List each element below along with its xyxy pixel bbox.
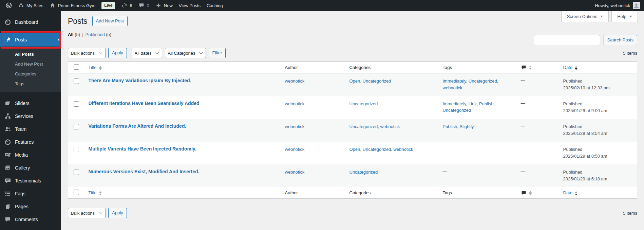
multisite-icon: [18, 2, 24, 8]
bulk-actions-select[interactable]: Bulk actions: [68, 48, 106, 58]
row-checkbox[interactable]: [74, 170, 79, 175]
my-sites-label: My Sites: [26, 3, 43, 8]
sidebar-item-dashboard[interactable]: Dashboard: [0, 16, 61, 29]
sidebar-item-pages[interactable]: Pages: [0, 200, 61, 213]
posts-submenu: All Posts Add New Post Categories Tags: [0, 47, 61, 92]
post-title-link[interactable]: There Are Many Variations Ipsum By Injec…: [89, 78, 191, 83]
view-all-link[interactable]: All: [68, 32, 74, 37]
sidebar-item-comments[interactable]: Comments: [0, 213, 61, 226]
post-title-link[interactable]: Multiple Varients Have Been Injected Ran…: [89, 146, 196, 152]
sort-arrows-icon: [529, 66, 532, 70]
help-button[interactable]: Help: [611, 11, 638, 22]
items-count: 5 items: [623, 51, 637, 56]
home-icon: [50, 2, 56, 8]
column-header-comments[interactable]: [517, 62, 560, 73]
updates-count: 6: [130, 3, 132, 8]
search-posts-input[interactable]: [534, 35, 600, 45]
post-categories-link[interactable]: Open, Uncategorized: [349, 78, 391, 84]
apply-button[interactable]: Apply: [108, 48, 127, 58]
column-footer-comments[interactable]: [517, 187, 560, 199]
comments-menu[interactable]: 0: [135, 0, 152, 11]
post-author-link[interactable]: webnotick: [285, 147, 305, 152]
sidebar-item-gallery[interactable]: Gallery: [0, 161, 61, 174]
search-posts-button[interactable]: Search Posts: [604, 35, 637, 45]
dates-filter-select[interactable]: All dates: [132, 48, 162, 58]
post-categories-link[interactable]: Uncategorized: [349, 170, 378, 175]
row-checkbox[interactable]: [74, 147, 79, 152]
updates-menu[interactable]: 6: [118, 0, 135, 11]
sidebar-item-cutoff[interactable]: [0, 226, 61, 230]
row-checkbox[interactable]: [74, 101, 79, 107]
column-footer-tags: Tags: [439, 187, 517, 199]
post-title-link[interactable]: Numerous Versions Exist, Modified And In…: [89, 169, 200, 174]
select-all-checkbox[interactable]: [74, 64, 79, 70]
live-status[interactable]: Live: [98, 0, 118, 11]
sidebar-item-media[interactable]: Media: [0, 148, 61, 161]
live-badge: Live: [101, 2, 115, 9]
post-author-link[interactable]: webnotick: [285, 101, 305, 106]
table-nav-top: Bulk actions Apply All dates All Categor…: [68, 48, 637, 58]
post-categories-link[interactable]: Uncategorized: [349, 101, 378, 106]
sidebar-item-team[interactable]: Team: [0, 123, 61, 136]
bulk-actions-select-bottom[interactable]: Bulk actions: [68, 208, 106, 218]
my-sites-menu[interactable]: My Sites: [15, 0, 46, 11]
post-tags-link[interactable]: Publish, Slightly: [443, 124, 474, 129]
post-categories-link[interactable]: Uncategorized, webnotick: [349, 124, 400, 129]
row-checkbox[interactable]: [74, 78, 79, 84]
post-comments-count: —: [521, 78, 525, 83]
sidebar-item-testimonials[interactable]: Testimonials: [0, 174, 61, 187]
site-name-menu[interactable]: Prime Fitness Gym: [46, 0, 99, 11]
column-header-title[interactable]: Title: [85, 62, 282, 73]
admin-sidebar: Dashboard Posts All Posts Add New Post C…: [0, 11, 61, 230]
categories-filter-select[interactable]: All Categories: [165, 48, 206, 58]
sidebar-item-posts[interactable]: Posts: [0, 33, 61, 47]
filter-button[interactable]: Filter: [209, 48, 226, 58]
screen-options-button[interactable]: Screen Options: [561, 11, 609, 22]
page-title: Posts: [68, 16, 88, 26]
apply-button-bottom[interactable]: Apply: [108, 208, 127, 218]
post-comments-count: —: [521, 169, 525, 174]
column-footer-date[interactable]: Date: [560, 187, 637, 199]
post-author-link[interactable]: webnotick: [285, 124, 305, 129]
view-posts-link[interactable]: View Posts: [176, 0, 204, 11]
post-tags-link[interactable]: Immediately, Link, Publish, Uncategorize…: [443, 101, 495, 113]
post-title-link[interactable]: Different Iterations Have Been Seamlessl…: [89, 101, 200, 106]
list-icon: [4, 190, 11, 197]
my-account-menu[interactable]: Howdy, webnotick: [595, 2, 642, 9]
row-checkbox[interactable]: [74, 124, 79, 129]
submenu-item-all-posts[interactable]: All Posts: [0, 49, 61, 59]
post-status: Published: [563, 146, 634, 153]
post-title-link[interactable]: Variations Forms Are Altered And Include…: [89, 123, 186, 129]
sidebar-item-faqs[interactable]: Faqs: [0, 187, 61, 200]
post-date: 2025/01/29 at 8:50 am: [563, 153, 634, 160]
add-new-post-button[interactable]: Add New Post: [92, 16, 128, 26]
post-author-link[interactable]: webnotick: [285, 170, 305, 175]
network-nodes-icon: [4, 113, 11, 120]
new-content-menu[interactable]: New: [152, 0, 176, 11]
avatar: [633, 2, 640, 9]
submenu-item-tags[interactable]: Tags: [0, 79, 61, 89]
sidebar-item-sliders[interactable]: Sliders: [0, 97, 61, 110]
submenu-item-categories[interactable]: Categories: [0, 69, 61, 79]
comment-bubble-icon: [521, 65, 527, 70]
post-categories-link[interactable]: Open, Uncategorized, webnotick: [349, 147, 413, 152]
pushpin-icon: [4, 36, 11, 43]
wordpress-logo-menu[interactable]: [3, 0, 15, 11]
current-menu-arrow: [58, 37, 61, 43]
sidebar-item-services[interactable]: Services: [0, 110, 61, 123]
sort-arrows-icon: [575, 66, 577, 70]
post-comments-count: —: [521, 123, 525, 128]
column-footer-categories: Categories: [346, 187, 439, 199]
comment-bubble-icon: [138, 2, 145, 8]
caching-menu[interactable]: Caching: [204, 0, 226, 11]
post-tags-link[interactable]: Immediately, Uncategorized, webnotick: [443, 78, 498, 90]
column-footer-title[interactable]: Title: [85, 187, 282, 199]
submenu-item-add-new-post[interactable]: Add New Post: [0, 59, 61, 69]
post-author-link[interactable]: webnotick: [285, 78, 305, 84]
column-header-date[interactable]: Date: [560, 62, 637, 73]
post-status: Published: [563, 123, 634, 130]
sidebar-item-features[interactable]: Features: [0, 136, 61, 148]
post-comments-count: —: [521, 101, 525, 106]
select-all-checkbox-footer[interactable]: [74, 190, 79, 195]
view-published-link[interactable]: Published: [86, 32, 105, 37]
